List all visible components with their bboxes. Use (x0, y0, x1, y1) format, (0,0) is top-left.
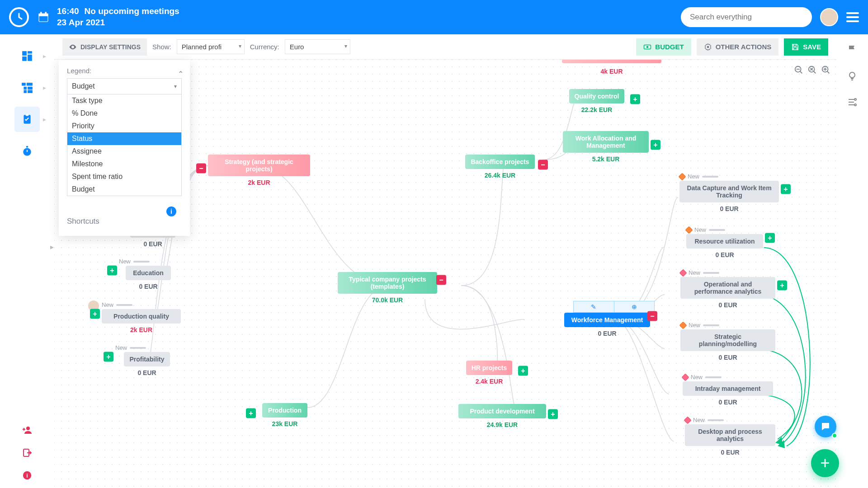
search-input[interactable] (681, 7, 812, 27)
legend-option[interactable]: Spent time ratio (67, 170, 181, 183)
node-top-cutoff[interactable]: 4k EUR (562, 60, 661, 75)
list-settings-icon[interactable] (847, 97, 858, 109)
svg-rect-16 (28, 91, 32, 93)
nav-hierarchy[interactable]: ▸ (14, 75, 40, 100)
edit-icon[interactable]: ✎ (573, 301, 614, 313)
currency-select[interactable]: Euro (285, 39, 350, 54)
nav-dashboard[interactable]: ▸ (14, 43, 40, 69)
expand-icon[interactable]: + (104, 352, 113, 362)
flag-icon[interactable] (847, 44, 858, 57)
add-fab[interactable]: + (811, 449, 839, 477)
zoom-controls (793, 64, 832, 76)
user-avatar[interactable] (820, 8, 838, 26)
collapse-icon[interactable]: − (436, 275, 446, 285)
svg-point-28 (849, 72, 855, 78)
node-product-dev[interactable]: Product development + 24.9k EUR (458, 404, 546, 428)
svg-point-26 (646, 46, 649, 48)
chat-fab[interactable] (815, 416, 836, 437)
node-desktop[interactable]: New Desktop and process analytics 0 EUR (685, 417, 775, 456)
expand-icon[interactable]: + (107, 266, 117, 276)
expand-icon[interactable]: + (630, 94, 640, 104)
legend-option[interactable]: % Done (67, 107, 181, 120)
legend-option[interactable]: Milestone (67, 158, 181, 170)
svg-rect-13 (24, 87, 26, 89)
node-backoffice[interactable]: Backoffice projects − 26.4k EUR (464, 155, 536, 179)
svg-marker-35 (775, 437, 783, 445)
expand-icon[interactable]: + (548, 409, 558, 419)
node-resource-util[interactable]: New Resource utilization + 0 EUR (686, 226, 763, 258)
node-center[interactable]: Typical company projects (templates) − 7… (333, 272, 442, 304)
svg-rect-20 (26, 146, 28, 147)
shortcuts-label[interactable]: Shortcuts (67, 217, 99, 226)
node-data-capture[interactable]: New Data Capture and Work Item Tracking … (679, 173, 779, 212)
nav-invite[interactable] (14, 420, 40, 440)
legend-option[interactable]: Task type (67, 94, 181, 107)
zoom-out-icon[interactable] (793, 64, 805, 76)
expand-icon[interactable]: + (651, 140, 660, 150)
display-settings-button[interactable]: DISPLAY SETTINGS (62, 38, 147, 56)
legend-option[interactable]: Priority (67, 120, 181, 132)
nav-info[interactable]: i (14, 465, 40, 485)
collapse-icon[interactable]: − (538, 160, 548, 170)
money-icon (643, 43, 651, 51)
clock-time: 16:40 (57, 6, 79, 17)
expand-icon[interactable]: + (90, 309, 100, 319)
node-education[interactable]: New + Education 0 EUR (119, 258, 178, 290)
svg-rect-6 (39, 14, 48, 16)
chevron-right-icon: ▸ (43, 84, 46, 91)
svg-rect-14 (28, 87, 32, 89)
collapse-icon[interactable]: − (647, 311, 657, 321)
expand-icon[interactable]: + (518, 366, 528, 376)
node-workforce[interactable]: ✎ ⊕ Workforce Management − 0 EUR (560, 313, 655, 337)
expand-icon[interactable]: + (777, 281, 787, 291)
chevron-right-icon: ▸ (43, 116, 46, 123)
bulb-icon[interactable] (847, 70, 858, 83)
zoom-fit-icon[interactable] (807, 64, 818, 76)
chevron-up-icon[interactable]: ⌃ (178, 70, 184, 78)
expand-icon[interactable]: + (781, 184, 791, 194)
app-logo-icon[interactable] (9, 7, 29, 27)
display-settings-popup: Legend: ⌃ Budget ▾ Task type% DonePriori… (59, 60, 190, 236)
node-quality-control[interactable]: Quality control + 22.2k EUR (565, 89, 628, 113)
collapse-sidebar-icon[interactable]: ▸ (47, 238, 57, 256)
budget-button[interactable]: BUDGET (636, 38, 691, 56)
show-select[interactable]: Planned profi (177, 39, 245, 54)
save-button[interactable]: SAVE (784, 38, 828, 56)
node-prod-quality[interactable]: New + Production quality 2k EUR (102, 301, 181, 333)
info-badge[interactable]: i (166, 206, 176, 216)
node-strat-plan[interactable]: New Strategic planning/modelling 0 EUR (680, 322, 775, 361)
toolbar: DISPLAY SETTINGS Show: Planned profi Cur… (54, 34, 836, 60)
save-icon (791, 43, 799, 51)
expand-icon[interactable]: + (765, 233, 775, 243)
svg-point-21 (26, 427, 30, 430)
node-intraday[interactable]: New Intraday management 0 EUR (683, 374, 773, 406)
nav-timer[interactable] (14, 138, 40, 164)
nav-tasks[interactable]: ▸ (14, 107, 40, 132)
node-op-perf[interactable]: New Operational and performance analytic… (680, 269, 775, 309)
node-strategy[interactable]: − Strategy (and strategic projects) 2k E… (208, 155, 310, 186)
meetings-status: No upcoming meetings (85, 6, 179, 17)
nav-logout[interactable] (14, 443, 40, 463)
svg-rect-12 (27, 83, 32, 85)
node-hr[interactable]: HR projects + 2.4k EUR (462, 361, 516, 385)
svg-rect-8 (28, 51, 32, 53)
calendar-icon[interactable] (37, 11, 50, 23)
chevron-right-icon: ▸ (43, 52, 46, 60)
svg-point-29 (854, 99, 856, 100)
legend-option[interactable]: Assignee (67, 145, 181, 158)
gear-icon (704, 43, 712, 51)
node-work-alloc[interactable]: Work Allocation and Management + 5.2k EU… (563, 131, 649, 163)
legend-option[interactable]: Status (67, 132, 181, 145)
collapse-icon[interactable]: − (196, 164, 206, 174)
svg-rect-11 (22, 83, 25, 85)
expand-icon[interactable]: + (246, 408, 256, 418)
legend-option[interactable]: Budget (67, 183, 181, 196)
node-production[interactable]: + Production 23k EUR (258, 403, 312, 427)
node-profitability[interactable]: New + Profitability 0 EUR (115, 344, 179, 376)
legend-select[interactable]: Budget ▾ (67, 78, 182, 94)
hamburger-menu-icon[interactable] (846, 12, 859, 22)
other-actions-button[interactable]: OTHER ACTIONS (697, 38, 779, 56)
zoom-in-icon[interactable] (820, 64, 832, 76)
current-date: 23 Apr 2021 (57, 17, 179, 28)
right-rail (836, 34, 868, 488)
